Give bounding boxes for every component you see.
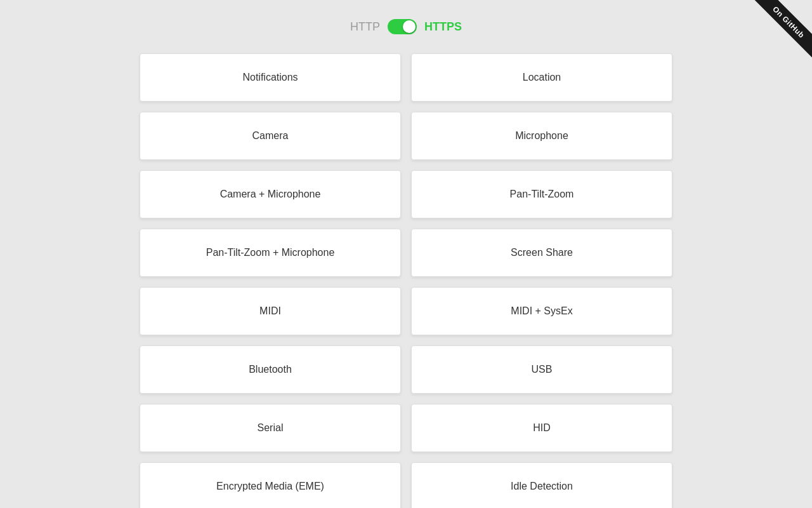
protocol-toggle-container: HTTP HTTPS [0, 0, 812, 47]
permission-button-location[interactable]: Location [411, 53, 672, 102]
permission-button-idle-detection[interactable]: Idle Detection [411, 462, 672, 508]
permission-button-pan-tilt-zoom-microphone[interactable]: Pan-Tilt-Zoom + Microphone [140, 229, 401, 277]
permission-button-notifications[interactable]: Notifications [140, 53, 401, 102]
github-ribbon[interactable]: On GitHub [736, 0, 812, 76]
github-ribbon-label: On GitHub [754, 0, 812, 57]
permissions-grid: NotificationsLocationCameraMicrophoneCam… [0, 47, 812, 508]
https-label: HTTPS [424, 20, 462, 34]
permission-button-bluetooth[interactable]: Bluetooth [140, 345, 401, 394]
permission-button-midi-sysex[interactable]: MIDI + SysEx [411, 287, 672, 335]
permission-button-midi[interactable]: MIDI [140, 287, 401, 335]
permission-button-hid[interactable]: HID [411, 404, 672, 452]
http-label: HTTP [350, 20, 380, 34]
permission-button-pan-tilt-zoom[interactable]: Pan-Tilt-Zoom [411, 170, 672, 218]
permission-button-camera[interactable]: Camera [140, 112, 401, 160]
permission-button-camera-microphone[interactable]: Camera + Microphone [140, 170, 401, 218]
permission-button-serial[interactable]: Serial [140, 404, 401, 452]
https-toggle[interactable] [388, 19, 417, 34]
permission-button-microphone[interactable]: Microphone [411, 112, 672, 160]
permission-button-usb[interactable]: USB [411, 345, 672, 394]
permission-button-screen-share[interactable]: Screen Share [411, 229, 672, 277]
permission-button-encrypted-media[interactable]: Encrypted Media (EME) [140, 462, 401, 508]
